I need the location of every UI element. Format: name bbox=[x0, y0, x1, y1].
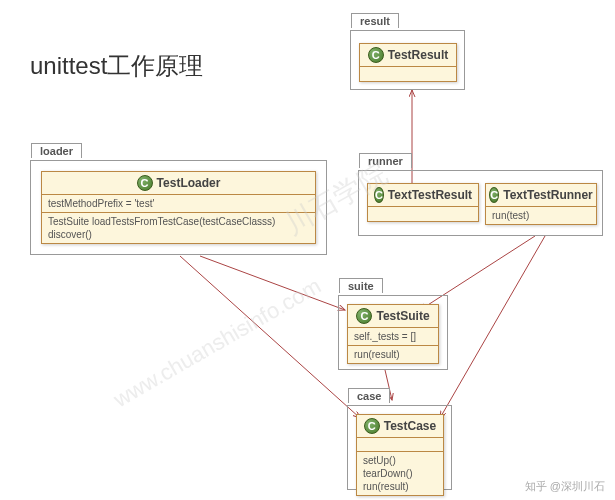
class-TextTestResult-name: TextTestResult bbox=[388, 188, 472, 202]
class-TextTestResult: C TextTestResult bbox=[367, 183, 479, 222]
class-icon: C bbox=[356, 308, 372, 324]
class-TestResult-name: TestResult bbox=[388, 48, 448, 62]
package-result: result C TestResult bbox=[350, 30, 465, 90]
class-icon: C bbox=[137, 175, 153, 191]
class-TestLoader: C TestLoader testMethodPrefix = 'test' T… bbox=[41, 171, 316, 244]
class-icon: C bbox=[364, 418, 380, 434]
class-TestCase-name: TestCase bbox=[384, 419, 436, 433]
class-icon: C bbox=[374, 187, 384, 203]
svg-line-1 bbox=[200, 256, 345, 310]
class-TestCase: C TestCase setUp() tearDown() run(result… bbox=[356, 414, 444, 496]
package-case-label: case bbox=[348, 388, 390, 403]
class-TextTestRunner: C TextTestRunner run(test) bbox=[485, 183, 597, 225]
package-runner: runner C TextTestResult C TextTestRunner… bbox=[358, 170, 603, 236]
attribution-text: 知乎 @深圳川石 bbox=[525, 479, 605, 494]
class-TestSuite-attributes: self._tests = [] bbox=[348, 328, 438, 346]
package-loader: loader C TestLoader testMethodPrefix = '… bbox=[30, 160, 327, 255]
class-icon: C bbox=[489, 187, 499, 203]
package-loader-label: loader bbox=[31, 143, 82, 158]
package-suite: suite C TestSuite self._tests = [] run(r… bbox=[338, 295, 448, 370]
class-TestSuite-methods: run(result) bbox=[348, 346, 438, 363]
class-icon: C bbox=[368, 47, 384, 63]
class-TestCase-methods: setUp() tearDown() run(result) bbox=[357, 452, 443, 495]
class-TextTestRunner-name: TextTestRunner bbox=[503, 188, 593, 202]
class-TestLoader-name: TestLoader bbox=[157, 176, 221, 190]
package-suite-label: suite bbox=[339, 278, 383, 293]
svg-line-4 bbox=[440, 236, 545, 418]
page-title: unittest工作原理 bbox=[30, 50, 203, 82]
class-TextTestRunner-methods: run(test) bbox=[486, 207, 596, 224]
class-TestSuite: C TestSuite self._tests = [] run(result) bbox=[347, 304, 439, 364]
svg-line-2 bbox=[180, 256, 360, 418]
class-TestLoader-methods: TestSuite loadTestsFromTestCase(testCase… bbox=[42, 213, 315, 243]
package-case: case C TestCase setUp() tearDown() run(r… bbox=[347, 405, 452, 490]
class-TestSuite-name: TestSuite bbox=[376, 309, 429, 323]
class-TestResult: C TestResult bbox=[359, 43, 457, 82]
package-runner-label: runner bbox=[359, 153, 412, 168]
package-result-label: result bbox=[351, 13, 399, 28]
class-TestLoader-attributes: testMethodPrefix = 'test' bbox=[42, 195, 315, 213]
watermark-url: www.chuanshisinfo.com bbox=[109, 273, 325, 413]
